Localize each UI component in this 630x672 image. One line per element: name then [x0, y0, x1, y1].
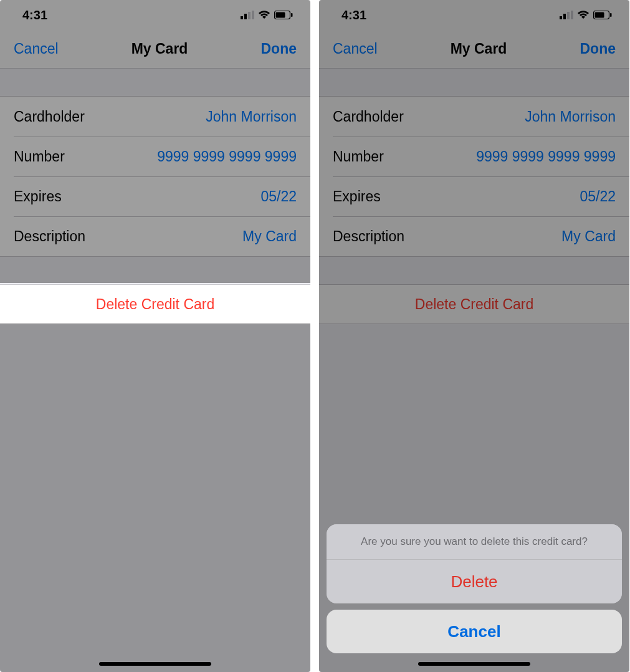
- nav-bar: Cancel My Card Done: [0, 30, 310, 69]
- empty-area: [0, 324, 310, 672]
- cardholder-value: John Morrison: [525, 108, 616, 125]
- group-gap: [0, 69, 310, 96]
- done-button[interactable]: Done: [260, 41, 297, 57]
- cardholder-label: Cardholder: [14, 108, 85, 125]
- group-gap-2: [0, 257, 310, 284]
- svg-rect-0: [241, 16, 243, 19]
- svg-rect-10: [571, 11, 573, 19]
- cancel-button[interactable]: Cancel: [14, 41, 59, 57]
- description-value: My Card: [561, 228, 616, 245]
- description-value: My Card: [242, 228, 297, 245]
- number-label: Number: [14, 148, 65, 165]
- battery-icon: [593, 11, 612, 19]
- phone-left: 4:31 Cancel My Card Done Cardholder John…: [0, 0, 310, 672]
- status-bar: 4:31: [0, 0, 310, 30]
- group-gap: [319, 69, 629, 96]
- cellular-icon: [560, 11, 573, 19]
- nav-title: My Card: [451, 41, 507, 57]
- svg-rect-2: [248, 12, 251, 19]
- wifi-icon: [258, 11, 270, 19]
- nav-bar: Cancel My Card Done: [319, 30, 629, 69]
- card-form-group: Cardholder John Morrison Number 9999 999…: [319, 96, 629, 257]
- number-row[interactable]: Number 9999 9999 9999 9999: [333, 137, 629, 176]
- number-value: 9999 9999 9999 9999: [157, 148, 297, 165]
- description-label: Description: [14, 228, 85, 245]
- nav-title: My Card: [131, 41, 188, 57]
- description-row[interactable]: Description My Card: [14, 216, 310, 256]
- status-bar: 4:31: [319, 0, 629, 30]
- action-sheet: Are you sure you want to delete this cre…: [327, 524, 622, 653]
- action-sheet-delete-label: Delete: [451, 572, 497, 592]
- group-gap-2: [319, 257, 629, 284]
- svg-rect-8: [563, 14, 566, 19]
- cardholder-value: John Morrison: [206, 108, 297, 125]
- svg-rect-1: [244, 14, 247, 19]
- svg-rect-6: [291, 13, 293, 17]
- action-sheet-cancel-label: Cancel: [447, 622, 500, 641]
- expires-label: Expires: [333, 188, 381, 205]
- svg-rect-12: [595, 12, 604, 18]
- expires-value: 05/22: [260, 188, 297, 205]
- home-indicator[interactable]: [99, 662, 211, 666]
- delete-card-label: Delete Credit Card: [415, 296, 533, 313]
- expires-value: 05/22: [580, 188, 616, 205]
- home-indicator[interactable]: [418, 662, 530, 666]
- description-label: Description: [333, 228, 404, 245]
- wifi-icon: [577, 11, 589, 19]
- card-form-group: Cardholder John Morrison Number 9999 999…: [0, 96, 310, 257]
- delete-card-label: Delete Credit Card: [96, 296, 214, 313]
- delete-card-button[interactable]: Delete Credit Card: [0, 284, 310, 324]
- status-right-icons: [560, 11, 612, 19]
- action-sheet-delete-button[interactable]: Delete: [327, 560, 622, 603]
- cardholder-row[interactable]: Cardholder John Morrison: [319, 97, 629, 137]
- cancel-button[interactable]: Cancel: [333, 41, 378, 57]
- svg-rect-13: [610, 13, 612, 17]
- expires-row[interactable]: Expires 05/22: [333, 176, 629, 216]
- done-button[interactable]: Done: [580, 41, 616, 57]
- svg-rect-7: [560, 16, 562, 19]
- action-sheet-cancel-button[interactable]: Cancel: [327, 610, 622, 653]
- action-sheet-group: Are you sure you want to delete this cre…: [327, 524, 622, 603]
- action-sheet-message: Are you sure you want to delete this cre…: [327, 524, 622, 560]
- expires-label: Expires: [14, 188, 62, 205]
- action-sheet-cancel-group: Cancel: [327, 610, 622, 653]
- description-row[interactable]: Description My Card: [333, 216, 629, 256]
- number-value: 9999 9999 9999 9999: [476, 148, 616, 165]
- status-right-icons: [241, 11, 293, 19]
- status-time: 4:31: [341, 8, 366, 22]
- cardholder-row[interactable]: Cardholder John Morrison: [0, 97, 310, 137]
- number-row[interactable]: Number 9999 9999 9999 9999: [14, 137, 310, 176]
- svg-rect-5: [276, 12, 285, 18]
- phone-right: 4:31 Cancel My Card Done Cardholder John…: [319, 0, 629, 672]
- cellular-icon: [241, 11, 254, 19]
- number-label: Number: [333, 148, 384, 165]
- expires-row[interactable]: Expires 05/22: [14, 176, 310, 216]
- status-time: 4:31: [22, 8, 47, 22]
- delete-card-button[interactable]: Delete Credit Card: [319, 284, 629, 324]
- cardholder-label: Cardholder: [333, 108, 404, 125]
- battery-icon: [274, 11, 293, 19]
- svg-rect-9: [567, 12, 570, 19]
- svg-rect-3: [252, 11, 254, 19]
